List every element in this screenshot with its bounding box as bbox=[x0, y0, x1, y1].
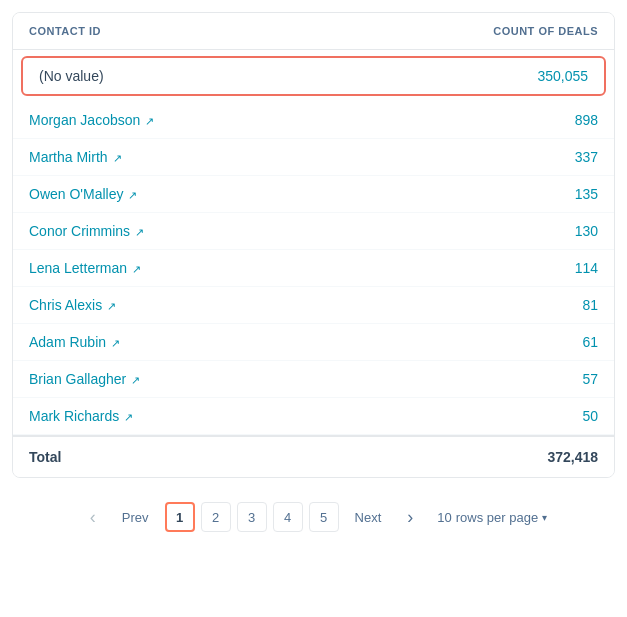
no-value-count: 350,055 bbox=[537, 68, 588, 84]
page-2-button[interactable]: 2 bbox=[201, 502, 231, 532]
rows-per-page-value: 10 bbox=[437, 510, 451, 525]
page-1-button[interactable]: 1 bbox=[165, 502, 195, 532]
page-5-button[interactable]: 5 bbox=[309, 502, 339, 532]
contact-name-link[interactable]: Conor Crimmins ↗ bbox=[29, 223, 145, 239]
table-row: Martha Mirth ↗337 bbox=[13, 139, 614, 176]
next-button[interactable]: Next bbox=[345, 502, 392, 532]
table-container: CONTACT ID COUNT OF DEALS (No value) 350… bbox=[12, 12, 615, 478]
pagination: ‹ Prev 1 2 3 4 5 Next › 10 rows per page… bbox=[0, 490, 627, 544]
total-count: 372,418 bbox=[547, 449, 598, 465]
external-link-icon: ↗ bbox=[135, 226, 145, 236]
external-link-icon: ↗ bbox=[132, 263, 142, 273]
chevron-right-icon: › bbox=[397, 502, 423, 532]
row-count: 898 bbox=[575, 112, 598, 128]
table-row: Lena Letterman ↗114 bbox=[13, 250, 614, 287]
data-rows: Morgan Jacobson ↗898Martha Mirth ↗337Owe… bbox=[13, 102, 614, 435]
contact-name-link[interactable]: Morgan Jacobson ↗ bbox=[29, 112, 155, 128]
external-link-icon: ↗ bbox=[111, 337, 121, 347]
external-link-icon: ↗ bbox=[113, 152, 123, 162]
contact-name-link[interactable]: Brian Gallagher ↗ bbox=[29, 371, 141, 387]
external-link-icon: ↗ bbox=[107, 300, 117, 310]
table-row: Owen O'Malley ↗135 bbox=[13, 176, 614, 213]
total-row: Total 372,418 bbox=[13, 435, 614, 477]
table-header: CONTACT ID COUNT OF DEALS bbox=[13, 13, 614, 50]
contact-name-link[interactable]: Lena Letterman ↗ bbox=[29, 260, 142, 276]
table-row: Chris Alexis ↗81 bbox=[13, 287, 614, 324]
row-count: 81 bbox=[582, 297, 598, 313]
row-count: 337 bbox=[575, 149, 598, 165]
page-4-button[interactable]: 4 bbox=[273, 502, 303, 532]
chevron-left-icon: ‹ bbox=[80, 502, 106, 532]
no-value-label: (No value) bbox=[39, 68, 104, 84]
dropdown-icon: ▾ bbox=[542, 512, 547, 523]
contact-name-link[interactable]: Owen O'Malley ↗ bbox=[29, 186, 138, 202]
row-count: 50 bbox=[582, 408, 598, 424]
contact-name-link[interactable]: Martha Mirth ↗ bbox=[29, 149, 123, 165]
table-row: Adam Rubin ↗61 bbox=[13, 324, 614, 361]
contact-name-link[interactable]: Mark Richards ↗ bbox=[29, 408, 134, 424]
external-link-icon: ↗ bbox=[131, 374, 141, 384]
row-count: 130 bbox=[575, 223, 598, 239]
external-link-icon: ↗ bbox=[145, 115, 155, 125]
total-label: Total bbox=[29, 449, 61, 465]
table-row: Morgan Jacobson ↗898 bbox=[13, 102, 614, 139]
row-count: 61 bbox=[582, 334, 598, 350]
table-row: Conor Crimmins ↗130 bbox=[13, 213, 614, 250]
row-count: 135 bbox=[575, 186, 598, 202]
prev-button[interactable]: Prev bbox=[112, 502, 159, 532]
no-value-row: (No value) 350,055 bbox=[21, 56, 606, 96]
page-3-button[interactable]: 3 bbox=[237, 502, 267, 532]
table-row: Mark Richards ↗50 bbox=[13, 398, 614, 435]
rows-per-page-selector[interactable]: 10 rows per page ▾ bbox=[437, 510, 547, 525]
external-link-icon: ↗ bbox=[128, 189, 138, 199]
contact-name-link[interactable]: Adam Rubin ↗ bbox=[29, 334, 121, 350]
contact-id-header: CONTACT ID bbox=[29, 25, 101, 37]
count-deals-header: COUNT OF DEALS bbox=[493, 25, 598, 37]
row-count: 57 bbox=[582, 371, 598, 387]
table-row: Brian Gallagher ↗57 bbox=[13, 361, 614, 398]
external-link-icon: ↗ bbox=[124, 411, 134, 421]
row-count: 114 bbox=[575, 260, 598, 276]
contact-name-link[interactable]: Chris Alexis ↗ bbox=[29, 297, 117, 313]
rows-per-page-label: rows per page bbox=[456, 510, 538, 525]
